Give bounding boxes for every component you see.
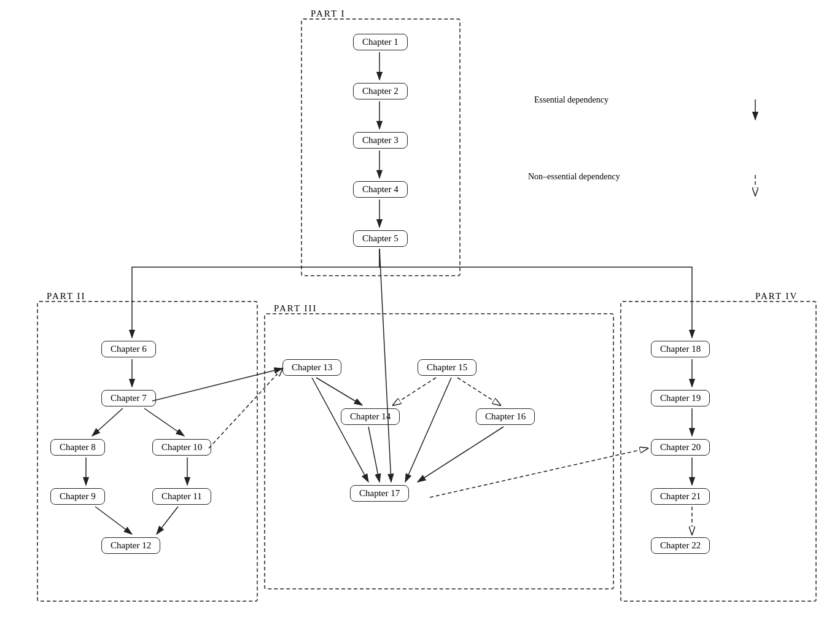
- part4-label: PART IV: [755, 291, 798, 301]
- essential-dep-label: Essential dependency: [534, 95, 609, 105]
- part3-box: [264, 313, 614, 589]
- chapter-9: Chapter 9: [50, 488, 105, 505]
- part4-box: [620, 301, 817, 602]
- chapter-14: Chapter 14: [341, 408, 400, 425]
- part2-label: PART II: [47, 291, 86, 301]
- chapter-10: Chapter 10: [152, 439, 211, 456]
- chapter-21: Chapter 21: [651, 488, 710, 505]
- chapter-18: Chapter 18: [651, 341, 710, 357]
- chapter-2: Chapter 2: [353, 83, 408, 99]
- chapter-8: Chapter 8: [50, 439, 105, 456]
- chapter-20: Chapter 20: [651, 439, 710, 456]
- chapter-5: Chapter 5: [353, 230, 408, 247]
- chapter-22: Chapter 22: [651, 537, 710, 554]
- chapter-13: Chapter 13: [282, 359, 341, 376]
- nonessential-dep-label: Non–essential dependency: [528, 172, 620, 182]
- chapter-19: Chapter 19: [651, 390, 710, 406]
- chapter-11: Chapter 11: [152, 488, 211, 505]
- chapter-17: Chapter 17: [350, 485, 409, 502]
- diagram: PART I PART II PART III PART IV Chapter …: [0, 0, 840, 630]
- part1-label: PART I: [311, 9, 346, 19]
- chapter-1: Chapter 1: [353, 34, 408, 50]
- chapter-3: Chapter 3: [353, 132, 408, 149]
- chapter-12: Chapter 12: [101, 537, 160, 554]
- part3-label: PART III: [274, 303, 317, 314]
- chapter-7: Chapter 7: [101, 390, 156, 406]
- chapter-6: Chapter 6: [101, 341, 156, 357]
- chapter-4: Chapter 4: [353, 181, 408, 198]
- chapter-16: Chapter 16: [476, 408, 535, 425]
- chapter-15: Chapter 15: [418, 359, 476, 376]
